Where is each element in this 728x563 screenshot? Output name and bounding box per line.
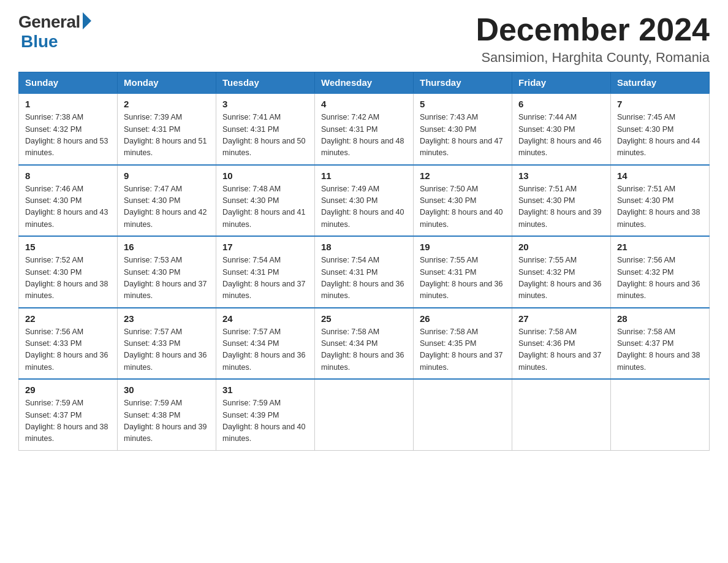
day-info: Sunrise: 7:56 AM Sunset: 4:33 PM Dayligh…: [25, 326, 111, 374]
day-number: 21: [617, 242, 703, 252]
calendar-cell: 9 Sunrise: 7:47 AM Sunset: 4:30 PM Dayli…: [118, 165, 216, 237]
calendar-cell: 12 Sunrise: 7:50 AM Sunset: 4:30 PM Dayl…: [414, 165, 512, 237]
day-header-saturday: Saturday: [611, 72, 710, 94]
day-number: 22: [25, 313, 111, 324]
subtitle: Sansimion, Harghita County, Romania: [476, 50, 710, 66]
day-info: Sunrise: 7:52 AM Sunset: 4:30 PM Dayligh…: [25, 255, 111, 302]
calendar-cell: 6 Sunrise: 7:44 AM Sunset: 4:30 PM Dayli…: [512, 93, 611, 165]
day-info: Sunrise: 7:54 AM Sunset: 4:31 PM Dayligh…: [321, 255, 407, 302]
day-header-wednesday: Wednesday: [315, 72, 414, 94]
calendar-cell: 2 Sunrise: 7:39 AM Sunset: 4:31 PM Dayli…: [118, 93, 216, 165]
day-number: 24: [222, 313, 308, 324]
calendar-cell: 19 Sunrise: 7:55 AM Sunset: 4:31 PM Dayl…: [414, 236, 512, 308]
calendar-cell: 14 Sunrise: 7:51 AM Sunset: 4:30 PM Dayl…: [611, 165, 710, 237]
day-number: 6: [518, 99, 604, 109]
calendar-cell: 7 Sunrise: 7:45 AM Sunset: 4:30 PM Dayli…: [611, 93, 710, 165]
calendar-week-1: 1 Sunrise: 7:38 AM Sunset: 4:32 PM Dayli…: [19, 93, 710, 165]
day-info: Sunrise: 7:56 AM Sunset: 4:32 PM Dayligh…: [617, 255, 703, 302]
page-header: General Blue December 2024 Sansimion, Ha…: [18, 12, 710, 66]
day-number: 16: [124, 242, 210, 252]
day-number: 5: [420, 99, 506, 109]
logo-arrow-icon: [83, 12, 91, 29]
day-header-thursday: Thursday: [414, 72, 512, 94]
day-info: Sunrise: 7:58 AM Sunset: 4:37 PM Dayligh…: [617, 326, 703, 374]
calendar-week-5: 29 Sunrise: 7:59 AM Sunset: 4:37 PM Dayl…: [19, 379, 710, 450]
day-info: Sunrise: 7:48 AM Sunset: 4:30 PM Dayligh…: [222, 183, 308, 231]
day-header-friday: Friday: [512, 72, 611, 94]
calendar-cell: [611, 379, 710, 450]
calendar-cell: 23 Sunrise: 7:57 AM Sunset: 4:33 PM Dayl…: [118, 308, 216, 380]
day-number: 18: [321, 242, 407, 252]
day-info: Sunrise: 7:45 AM Sunset: 4:30 PM Dayligh…: [617, 112, 703, 159]
day-number: 4: [321, 99, 407, 109]
calendar-cell: [512, 379, 611, 450]
day-info: Sunrise: 7:54 AM Sunset: 4:31 PM Dayligh…: [222, 255, 308, 302]
day-number: 2: [124, 99, 210, 109]
day-info: Sunrise: 7:50 AM Sunset: 4:30 PM Dayligh…: [420, 183, 506, 231]
day-header-sunday: Sunday: [19, 72, 118, 94]
title-section: December 2024 Sansimion, Harghita County…: [476, 12, 710, 66]
day-number: 3: [222, 99, 308, 109]
day-number: 1: [25, 99, 111, 109]
day-header-monday: Monday: [118, 72, 216, 94]
calendar-cell: 11 Sunrise: 7:49 AM Sunset: 4:30 PM Dayl…: [315, 165, 414, 237]
logo: General Blue: [18, 12, 91, 52]
calendar-header: SundayMondayTuesdayWednesdayThursdayFrid…: [19, 72, 710, 94]
day-number: 17: [222, 242, 308, 252]
day-info: Sunrise: 7:49 AM Sunset: 4:30 PM Dayligh…: [321, 183, 407, 231]
day-info: Sunrise: 7:55 AM Sunset: 4:32 PM Dayligh…: [518, 255, 604, 302]
day-info: Sunrise: 7:58 AM Sunset: 4:35 PM Dayligh…: [420, 326, 506, 374]
day-info: Sunrise: 7:55 AM Sunset: 4:31 PM Dayligh…: [420, 255, 506, 302]
calendar-cell: [414, 379, 512, 450]
main-title: December 2024: [476, 12, 710, 47]
calendar-cell: 22 Sunrise: 7:56 AM Sunset: 4:33 PM Dayl…: [19, 308, 118, 380]
day-info: Sunrise: 7:46 AM Sunset: 4:30 PM Dayligh…: [25, 183, 111, 231]
day-header-tuesday: Tuesday: [216, 72, 315, 94]
calendar-cell: 4 Sunrise: 7:42 AM Sunset: 4:31 PM Dayli…: [315, 93, 414, 165]
calendar-body: 1 Sunrise: 7:38 AM Sunset: 4:32 PM Dayli…: [19, 93, 710, 450]
day-info: Sunrise: 7:58 AM Sunset: 4:34 PM Dayligh…: [321, 326, 407, 374]
calendar-cell: 10 Sunrise: 7:48 AM Sunset: 4:30 PM Dayl…: [216, 165, 315, 237]
calendar-cell: 27 Sunrise: 7:58 AM Sunset: 4:36 PM Dayl…: [512, 308, 611, 380]
header-row: SundayMondayTuesdayWednesdayThursdayFrid…: [19, 72, 710, 94]
day-info: Sunrise: 7:59 AM Sunset: 4:39 PM Dayligh…: [222, 397, 308, 445]
day-number: 28: [617, 313, 703, 324]
calendar-week-2: 8 Sunrise: 7:46 AM Sunset: 4:30 PM Dayli…: [19, 165, 710, 237]
day-number: 23: [124, 313, 210, 324]
day-info: Sunrise: 7:57 AM Sunset: 4:34 PM Dayligh…: [222, 326, 308, 374]
calendar-cell: 15 Sunrise: 7:52 AM Sunset: 4:30 PM Dayl…: [19, 236, 118, 308]
day-info: Sunrise: 7:59 AM Sunset: 4:37 PM Dayligh…: [25, 397, 111, 445]
day-info: Sunrise: 7:41 AM Sunset: 4:31 PM Dayligh…: [222, 112, 308, 159]
day-number: 9: [124, 170, 210, 181]
day-number: 31: [222, 385, 308, 395]
day-info: Sunrise: 7:38 AM Sunset: 4:32 PM Dayligh…: [25, 112, 111, 159]
calendar-cell: 13 Sunrise: 7:51 AM Sunset: 4:30 PM Dayl…: [512, 165, 611, 237]
calendar-week-3: 15 Sunrise: 7:52 AM Sunset: 4:30 PM Dayl…: [19, 236, 710, 308]
calendar-cell: 3 Sunrise: 7:41 AM Sunset: 4:31 PM Dayli…: [216, 93, 315, 165]
calendar-cell: 16 Sunrise: 7:53 AM Sunset: 4:30 PM Dayl…: [118, 236, 216, 308]
calendar-cell: 30 Sunrise: 7:59 AM Sunset: 4:38 PM Dayl…: [118, 379, 216, 450]
day-number: 10: [222, 170, 308, 181]
day-info: Sunrise: 7:39 AM Sunset: 4:31 PM Dayligh…: [124, 112, 210, 159]
calendar-cell: 25 Sunrise: 7:58 AM Sunset: 4:34 PM Dayl…: [315, 308, 414, 380]
calendar-cell: 31 Sunrise: 7:59 AM Sunset: 4:39 PM Dayl…: [216, 379, 315, 450]
day-number: 8: [25, 170, 111, 181]
calendar-cell: [315, 379, 414, 450]
day-number: 26: [420, 313, 506, 324]
day-info: Sunrise: 7:53 AM Sunset: 4:30 PM Dayligh…: [124, 255, 210, 302]
calendar-cell: 1 Sunrise: 7:38 AM Sunset: 4:32 PM Dayli…: [19, 93, 118, 165]
day-info: Sunrise: 7:59 AM Sunset: 4:38 PM Dayligh…: [124, 397, 210, 445]
calendar-table: SundayMondayTuesdayWednesdayThursdayFrid…: [18, 72, 710, 451]
calendar-cell: 8 Sunrise: 7:46 AM Sunset: 4:30 PM Dayli…: [19, 165, 118, 237]
calendar-cell: 17 Sunrise: 7:54 AM Sunset: 4:31 PM Dayl…: [216, 236, 315, 308]
day-info: Sunrise: 7:42 AM Sunset: 4:31 PM Dayligh…: [321, 112, 407, 159]
day-number: 27: [518, 313, 604, 324]
calendar-cell: 28 Sunrise: 7:58 AM Sunset: 4:37 PM Dayl…: [611, 308, 710, 380]
calendar-week-4: 22 Sunrise: 7:56 AM Sunset: 4:33 PM Dayl…: [19, 308, 710, 380]
calendar-cell: 20 Sunrise: 7:55 AM Sunset: 4:32 PM Dayl…: [512, 236, 611, 308]
calendar-cell: 29 Sunrise: 7:59 AM Sunset: 4:37 PM Dayl…: [19, 379, 118, 450]
day-number: 19: [420, 242, 506, 252]
day-number: 14: [617, 170, 703, 181]
day-info: Sunrise: 7:57 AM Sunset: 4:33 PM Dayligh…: [124, 326, 210, 374]
calendar-cell: 18 Sunrise: 7:54 AM Sunset: 4:31 PM Dayl…: [315, 236, 414, 308]
